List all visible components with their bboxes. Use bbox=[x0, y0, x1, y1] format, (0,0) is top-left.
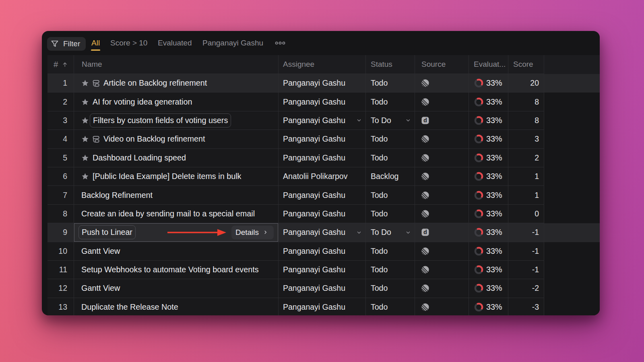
svg-text:d: d bbox=[423, 117, 427, 123]
svg-text:d: d bbox=[423, 229, 427, 235]
